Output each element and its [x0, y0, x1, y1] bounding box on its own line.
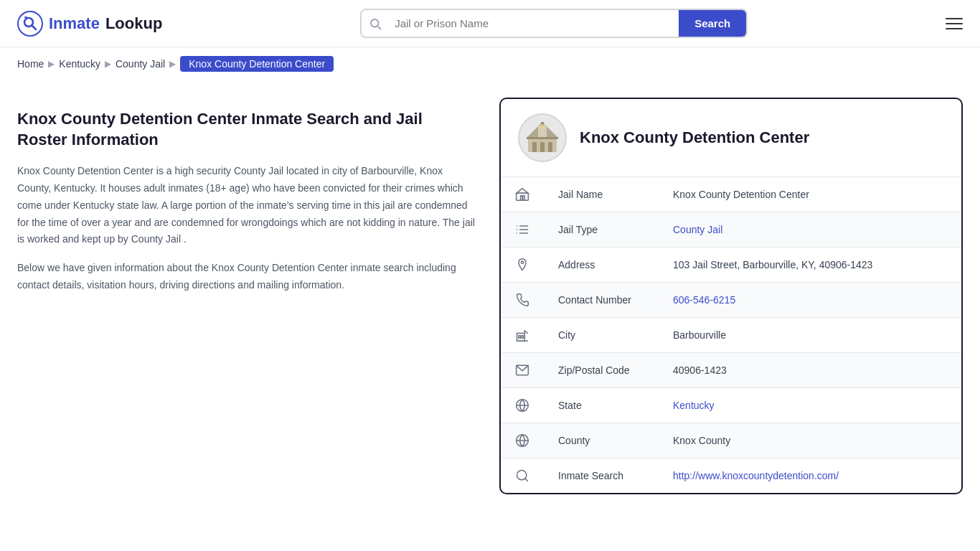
- svg-rect-27: [519, 336, 521, 338]
- table-row: StateKentucky: [501, 388, 961, 423]
- breadcrumb-current: Knox County Detention Center: [180, 56, 334, 72]
- info-card-title: Knox County Detention Center: [580, 128, 809, 147]
- logo[interactable]: InmateLookup: [17, 11, 162, 37]
- svg-rect-17: [521, 196, 523, 201]
- breadcrumb-type[interactable]: County Jail: [116, 58, 165, 70]
- row-value: 103 Jail Street, Barbourville, KY, 40906…: [659, 248, 961, 283]
- search-bar: Search: [360, 9, 748, 38]
- table-row: Zip/Postal Code40906-1423: [501, 353, 961, 388]
- list-icon: [501, 212, 544, 248]
- menu-line-3: [946, 28, 963, 29]
- table-row: Jail TypeCounty Jail: [501, 212, 961, 248]
- zip-icon: [501, 353, 544, 388]
- breadcrumb-home[interactable]: Home: [17, 58, 44, 70]
- row-label: City: [544, 318, 659, 353]
- globe-icon: [501, 388, 544, 423]
- county-icon: [501, 423, 544, 458]
- jail-avatar: [518, 113, 567, 162]
- svg-rect-28: [522, 336, 524, 338]
- row-label: Jail Name: [544, 177, 659, 212]
- row-label: Inmate Search: [544, 458, 659, 494]
- main-content: Knox County Detention Center Inmate Sear…: [0, 80, 980, 512]
- svg-rect-9: [548, 142, 552, 152]
- row-label: Address: [544, 248, 659, 283]
- page-heading: Knox County Detention Center Inmate Sear…: [17, 109, 476, 150]
- svg-marker-16: [517, 189, 529, 194]
- left-panel: Knox County Detention Center Inmate Sear…: [17, 98, 476, 494]
- row-value[interactable]: http://www.knoxcountydetention.com/: [659, 458, 961, 494]
- info-card: Knox County Detention Center Jail NameKn…: [499, 98, 963, 494]
- row-label: Zip/Postal Code: [544, 353, 659, 388]
- row-value: Knox County Detention Center: [659, 177, 961, 212]
- jail-icon: [501, 177, 544, 212]
- logo-lookup: Lookup: [105, 14, 162, 33]
- row-label: Contact Number: [544, 283, 659, 318]
- row-value[interactable]: Kentucky: [659, 388, 961, 423]
- row-value[interactable]: 606-546-6215: [659, 283, 961, 318]
- svg-rect-7: [532, 142, 537, 152]
- row-label: County: [544, 423, 659, 458]
- svg-line-34: [525, 479, 528, 481]
- info-card-header: Knox County Detention Center: [501, 99, 961, 177]
- svg-rect-8: [540, 142, 545, 152]
- row-value: Barbourville: [659, 318, 961, 353]
- svg-point-14: [540, 124, 545, 128]
- breadcrumb-sep-1: ▶: [48, 59, 55, 69]
- row-value: 40906-1423: [659, 353, 961, 388]
- location-icon: [501, 248, 544, 283]
- svg-point-25: [521, 261, 523, 263]
- svg-rect-18: [523, 196, 525, 201]
- phone-icon: [501, 283, 544, 318]
- info-table: Jail NameKnox County Detention CenterJai…: [501, 177, 961, 493]
- menu-button[interactable]: [946, 18, 963, 29]
- row-value: Knox County: [659, 423, 961, 458]
- description-paragraph-1: Knox County Detention Center is a high s…: [17, 163, 476, 248]
- breadcrumb-state[interactable]: Kentucky: [59, 58, 100, 70]
- row-label: Jail Type: [544, 212, 659, 248]
- breadcrumb: Home ▶ Kentucky ▶ County Jail ▶ Knox Cou…: [0, 47, 980, 80]
- search-button[interactable]: Search: [679, 10, 746, 37]
- table-row: CountyKnox County: [501, 423, 961, 458]
- search-icon: [369, 17, 382, 30]
- row-label: State: [544, 388, 659, 423]
- row-value[interactable]: County Jail: [659, 212, 961, 248]
- search-input[interactable]: [389, 10, 679, 37]
- menu-line-2: [946, 23, 963, 24]
- search-icon-wrap: [362, 17, 389, 30]
- svg-rect-3: [24, 17, 27, 18]
- table-row: Jail NameKnox County Detention Center: [501, 177, 961, 212]
- city-icon: [501, 318, 544, 353]
- table-row: CityBarbourville: [501, 318, 961, 353]
- table-row: Address103 Jail Street, Barbourville, KY…: [501, 248, 961, 283]
- table-row: Inmate Searchhttp://www.knoxcountydetent…: [501, 458, 961, 494]
- header: InmateLookup Search: [0, 0, 980, 47]
- table-row: Contact Number606-546-6215: [501, 283, 961, 318]
- svg-rect-13: [527, 137, 558, 139]
- menu-line-1: [946, 18, 963, 19]
- logo-inmate: Inmate: [49, 14, 100, 33]
- breadcrumb-sep-3: ▶: [169, 59, 176, 69]
- svg-line-5: [378, 26, 381, 29]
- search-icon: [501, 458, 544, 494]
- breadcrumb-sep-2: ▶: [105, 59, 111, 69]
- svg-point-0: [18, 11, 42, 36]
- description-paragraph-2: Below we have given information about th…: [17, 260, 476, 294]
